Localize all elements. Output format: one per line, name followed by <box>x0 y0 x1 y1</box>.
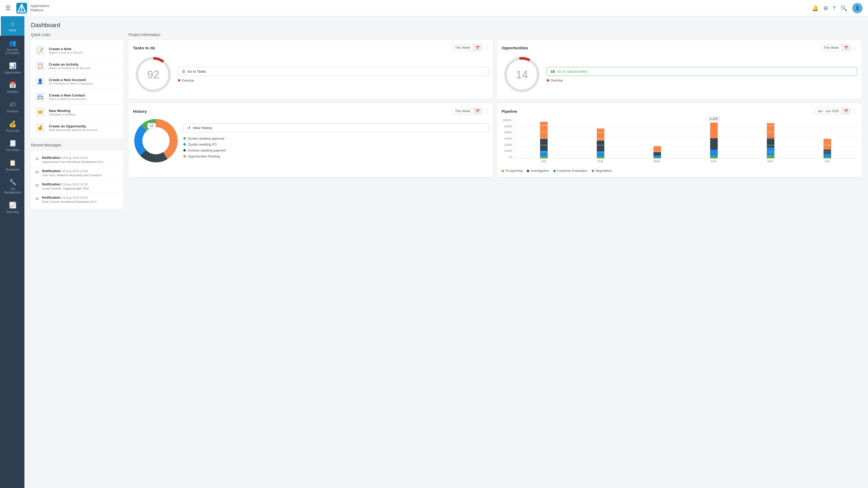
sidebar-item-activities[interactable]: 📅 Activities <box>0 78 24 97</box>
bar-feb-investigation <box>597 141 604 152</box>
history-menu-btn[interactable]: ⋮ <box>484 108 489 114</box>
legend-prospecting-label: Prospecting <box>505 169 522 173</box>
new-account-title: Create a New Account <box>49 78 93 82</box>
new-contact-sub: Add a contact to an Account <box>49 97 86 101</box>
create-activity-icon: 📋 <box>35 61 45 71</box>
sidebar-item-jobmgmt[interactable]: 🔧 JobManagement <box>0 175 24 198</box>
create-opportunity-text: Create an Opportunity New Opportunity ag… <box>49 124 97 131</box>
bar-jun <box>824 139 831 158</box>
quick-link-new-meeting[interactable]: 🤝 New Meeting Schedule a meeting <box>31 105 123 120</box>
legend-item-3: Opportunities Pending <box>183 155 489 158</box>
go-to-opportunities-label: Go to Opportunities <box>557 69 588 73</box>
legend-prospecting-dot <box>501 170 504 172</box>
go-to-tasks-btn[interactable]: ☰ Go to Tasks <box>178 67 489 76</box>
history-pie-area: 12 ↺ View History Quotes awai <box>133 118 489 164</box>
quotations-icon: 📋 <box>9 159 16 166</box>
sidebar-item-pricelists[interactable]: 💰 Price Lists <box>0 117 24 136</box>
x-label-jan: JAN <box>540 160 547 166</box>
tasks-overdue-label: Overdue <box>178 78 489 83</box>
main-content: Dashboard Quick Links 📝 Create a Note At… <box>24 16 868 488</box>
bar-jun-prospecting <box>824 139 831 150</box>
legend-investigation-label: Investigation <box>531 169 549 173</box>
pipeline-calendar-btn[interactable]: 📅 <box>842 108 850 114</box>
sidebar-item-reporting[interactable]: 📈 Reporting <box>0 198 24 218</box>
bar-group-mar <box>653 146 661 158</box>
logo-icon <box>16 2 28 14</box>
bar-jan-negotiation <box>540 156 548 158</box>
sidebar-label-pricelists: Price Lists <box>6 129 19 133</box>
message-item-1[interactable]: ✉ Notification 23 Aug 2019 13:00 User AS… <box>31 166 123 180</box>
message-item-3[interactable]: ✉ Notification 23 Aug 2019 10:02 Deal Cl… <box>31 193 123 206</box>
bell-icon[interactable]: 🔔 <box>812 5 818 11</box>
tasks-card: Tasks to do This Week 📅 ⋮ <box>129 40 493 99</box>
message-sub-3: Deal Closed: Amethyst Distributors PLC <box>42 200 97 203</box>
new-contact-icon: 📇 <box>35 92 45 102</box>
pipeline-filter-label: Jan - Jun 2020 <box>815 108 842 114</box>
new-meeting-text: New Meeting Schedule a meeting <box>49 109 75 116</box>
quick-link-new-account[interactable]: 👤 Create a New Account For Partners or D… <box>31 74 123 89</box>
products-icon: 🏷 <box>10 101 16 108</box>
recent-messages-panel: ✉ Notification 23 Aug 2019 10:02 Opportu… <box>31 151 123 209</box>
grid-line-4 <box>514 132 857 132</box>
svg-point-11 <box>145 130 167 152</box>
sidebar-label-jobmgmt: JobManagement <box>4 187 21 194</box>
bar-mar-prospecting <box>653 146 661 152</box>
legend-item-0: Quotes awaiting approval <box>183 137 489 140</box>
opportunities-calendar-btn[interactable]: 📅 <box>842 45 850 51</box>
history-pie-svg: 12 <box>133 118 179 164</box>
message-sub-0: Opportunity From Amethyst Distributors P… <box>42 160 104 163</box>
reporting-icon: 📈 <box>9 202 16 209</box>
tasks-card-title: Tasks to do <box>133 45 452 50</box>
tasks-filter[interactable]: This Week 📅 <box>452 44 482 51</box>
tasks-gauge-area: 92 ☰ Go to Tasks Overdue <box>133 54 489 95</box>
history-filter[interactable]: This Week 📅 <box>452 108 482 115</box>
quick-link-create-activity[interactable]: 📋 Create an Activity Attach an Activity … <box>31 58 123 74</box>
sidebar-item-taxcodes[interactable]: 🧾 Tax Codes <box>0 136 24 156</box>
message-item-0[interactable]: ✉ Notification 23 Aug 2019 10:02 Opportu… <box>31 153 123 166</box>
message-item-2[interactable]: ✉ Notification 23 Aug 2019 14:32 Lead Cr… <box>31 180 123 193</box>
help-icon[interactable]: ? <box>833 5 836 11</box>
opportunities-filter[interactable]: This Week 📅 <box>821 44 850 51</box>
message-body-2: Notification 23 Aug 2019 14:32 Lead Crea… <box>42 183 89 190</box>
sidebar-item-products[interactable]: 🏷 Products <box>0 97 24 117</box>
bar-feb-evaluation <box>597 152 604 156</box>
opportunities-menu-btn[interactable]: ⋮ <box>852 45 857 51</box>
pipeline-legend-investigation: Investigation <box>527 169 549 173</box>
pipeline-filter[interactable]: Jan - Jun 2020 📅 <box>814 108 850 115</box>
history-calendar-btn[interactable]: 📅 <box>473 108 482 114</box>
create-activity-sub: Attach an Activity to an Account <box>49 66 90 70</box>
view-history-btn[interactable]: ↺ View History <box>183 123 489 132</box>
quick-link-create-note[interactable]: 📝 Create a Note Attach a note to a Recor… <box>31 43 123 58</box>
right-column: Project Information Tasks to do This Wee… <box>129 33 862 209</box>
history-pie-side: ↺ View History Quotes awaiting approval <box>183 123 489 158</box>
quick-link-new-contact[interactable]: 📇 Create a New Contact Add a contact to … <box>31 89 123 105</box>
history-card-header: History This Week 📅 ⋮ <box>133 108 489 115</box>
legend-label-1: Quotes awaiting PO <box>188 142 217 147</box>
bar-apr-tooltip: £1328 <box>708 117 720 121</box>
go-to-opportunities-btn[interactable]: 💵 Go to Opportunities <box>547 67 857 76</box>
x-label-may: MAY <box>767 160 774 166</box>
search-icon[interactable]: 🔍 <box>841 5 847 11</box>
y-label-3: £3000 <box>504 137 512 140</box>
sidebar-item-home[interactable]: ⌂ Home <box>0 16 24 36</box>
tasks-menu-btn[interactable]: ⋮ <box>484 45 489 51</box>
legend-dot-0 <box>183 137 186 140</box>
app-body: ⌂ Home 👥 Accounts& Contacts 📊 Opportunit… <box>0 16 868 488</box>
hamburger-menu[interactable]: ☰ <box>5 5 11 12</box>
quick-link-create-opportunity[interactable]: 💰 Create an Opportunity New Opportunity … <box>31 120 123 135</box>
pipeline-menu-btn[interactable]: ⋮ <box>852 108 857 114</box>
tasks-gauge: 92 <box>133 54 174 95</box>
sidebar-item-quotations[interactable]: 📋 Quotations <box>0 156 24 175</box>
sidebar-item-opportunities[interactable]: 📊 Opportunities <box>0 59 24 78</box>
avatar[interactable]: 👤 <box>852 3 863 13</box>
tasks-calendar-btn[interactable]: 📅 <box>473 45 482 51</box>
x-label-feb: FEB <box>596 160 604 166</box>
sidebar-item-accounts[interactable]: 👥 Accounts& Contacts <box>0 36 24 59</box>
bar-apr-prospecting <box>710 123 718 138</box>
grid-icon[interactable]: ⊞ <box>824 5 828 11</box>
legend-negotiation-dot <box>592 170 594 172</box>
go-to-tasks-icon: ☰ <box>182 69 185 73</box>
bar-jan-prospecting <box>540 122 548 138</box>
create-opportunity-icon: 💰 <box>35 123 45 133</box>
new-meeting-icon: 🤝 <box>35 107 45 117</box>
